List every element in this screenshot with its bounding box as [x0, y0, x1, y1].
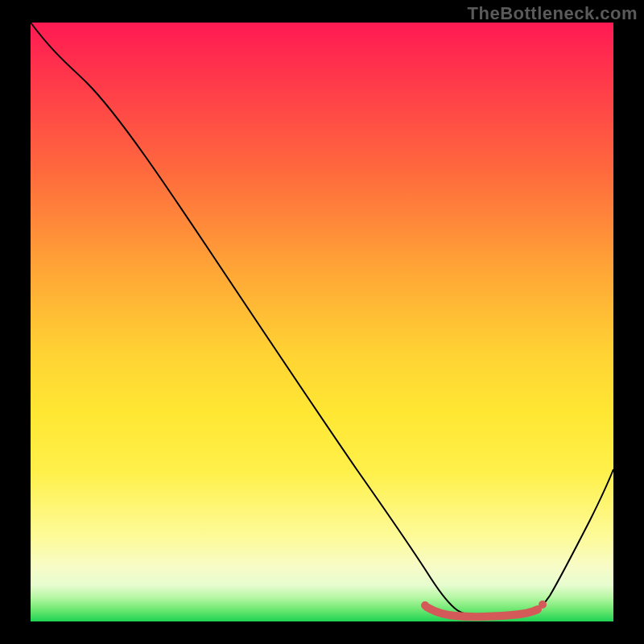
watermark-text: TheBottleneck.com — [468, 3, 638, 24]
curve-svg — [31, 23, 613, 621]
trough-dot — [436, 609, 443, 616]
trough-dot — [421, 601, 429, 609]
bottleneck-curve — [31, 23, 613, 616]
trough-dot — [475, 613, 481, 620]
chart-frame: TheBottleneck.com — [0, 0, 644, 644]
trough-dot — [539, 601, 547, 609]
trough-dot — [496, 613, 502, 620]
trough-dot — [515, 611, 522, 617]
trough-dot — [454, 613, 460, 619]
plot-area — [31, 23, 613, 621]
